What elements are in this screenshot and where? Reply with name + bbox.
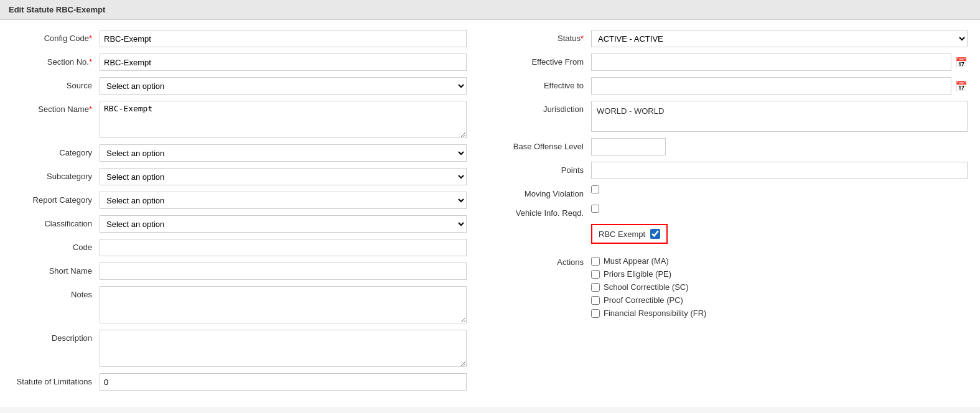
code-input[interactable] [100,239,467,256]
section-name-textarea[interactable]: RBC-Exempt [100,101,467,138]
section-name-row: Section Name* RBC-Exempt [12,101,467,138]
jurisdiction-label: Jurisdiction [492,101,591,114]
rbc-exempt-checkbox[interactable] [650,229,660,239]
report-category-row: Report Category Select an option [12,192,467,209]
category-row: Category Select an option [12,144,467,162]
points-control [591,162,968,179]
points-row: Points [492,162,968,179]
statute-of-limitations-row: Statute of Limitations [12,373,467,391]
code-label: Code [12,239,100,252]
classification-row: Classification Select an option [12,215,467,233]
jurisdiction-control: WORLD - WORLD [591,101,968,132]
notes-row: Notes [12,286,467,323]
classification-label: Classification [12,215,100,228]
priors-eligible-checkbox[interactable] [591,270,600,279]
short-name-label: Short Name [12,262,100,276]
statute-of-limitations-label: Statute of Limitations [12,373,100,386]
effective-from-calendar-icon[interactable]: 📅 [955,57,968,68]
notes-label: Notes [12,286,100,299]
report-category-label: Report Category [12,192,100,205]
moving-violation-checkbox[interactable] [591,185,599,193]
moving-violation-control [591,185,968,195]
school-correctible-label: School Correctible (SC) [604,282,689,292]
source-label: Source [12,77,100,90]
base-offense-level-row: Base Offense Level [492,138,968,155]
section-no-row: Section No.* [12,53,467,71]
base-offense-level-control [591,138,968,155]
jurisdiction-row: Jurisdiction WORLD - WORLD [492,101,968,132]
status-row: Status* ACTIVE - ACTIVE [492,30,968,47]
section-no-input[interactable] [100,53,467,71]
source-row: Source Select an option [12,77,467,95]
config-code-row: Config Code* [12,30,467,47]
proof-correctible-label: Proof Correctible (PC) [604,295,683,305]
points-input[interactable] [591,162,968,179]
actions-checks: Must Appear (MA) Priors Eligible (PE) Sc… [591,256,706,318]
status-label: Status* [492,30,591,43]
description-row: Description [12,330,467,367]
vehicle-info-reqd-label: Vehicle Info. Reqd. [492,205,591,218]
must-appear-label: Must Appear (MA) [604,256,669,266]
report-category-select[interactable]: Select an option [100,192,467,209]
rbc-exempt-row: RBC Exempt [492,224,968,250]
short-name-row: Short Name [12,262,467,280]
left-panel: Config Code* Section No.* Source Select … [12,30,467,397]
effective-from-control: 📅 [591,53,968,71]
rbc-exempt-box: RBC Exempt [591,224,668,244]
effective-to-input[interactable] [591,77,951,95]
base-offense-level-input[interactable] [591,138,666,155]
jurisdiction-value: WORLD - WORLD [591,101,968,132]
description-label: Description [12,330,100,343]
section-name-label: Section Name* [12,101,100,114]
effective-from-row: Effective From 📅 [492,53,968,71]
actions-section: Actions Must Appear (MA) Priors Eligible… [492,256,968,318]
config-code-input[interactable] [100,30,467,47]
rbc-exempt-spacer [492,224,591,228]
action-financial-responsibility: Financial Responsibility (FR) [591,309,706,318]
effective-to-row: Effective to 📅 [492,77,968,95]
right-panel: Status* ACTIVE - ACTIVE Effective From 📅… [492,30,968,397]
classification-select[interactable]: Select an option [100,215,467,233]
points-label: Points [492,162,591,175]
school-correctible-checkbox[interactable] [591,283,600,292]
financial-responsibility-checkbox[interactable] [591,309,600,318]
vehicle-info-reqd-row: Vehicle Info. Reqd. [492,205,968,218]
status-select[interactable]: ACTIVE - ACTIVE [591,30,968,47]
config-code-label: Config Code* [12,30,100,43]
must-appear-checkbox[interactable] [591,257,600,266]
actions-label: Actions [492,256,591,267]
base-offense-level-label: Base Offense Level [492,138,591,151]
subcategory-select[interactable]: Select an option [100,168,467,185]
proof-correctible-checkbox[interactable] [591,296,600,305]
effective-to-label: Effective to [492,77,591,90]
section-no-label: Section No.* [12,53,100,67]
rbc-exempt-control: RBC Exempt [591,224,968,250]
action-must-appear: Must Appear (MA) [591,256,706,266]
priors-eligible-label: Priors Eligible (PE) [604,269,671,279]
action-school-correctible: School Correctible (SC) [591,282,706,292]
status-control: ACTIVE - ACTIVE [591,30,968,47]
moving-violation-label: Moving Violation [492,185,591,198]
notes-textarea[interactable] [100,286,467,323]
vehicle-info-reqd-control [591,205,968,215]
financial-responsibility-label: Financial Responsibility (FR) [604,309,706,318]
source-select[interactable]: Select an option [100,77,467,95]
description-textarea[interactable] [100,330,467,367]
subcategory-label: Subcategory [12,168,100,181]
code-row: Code [12,239,467,256]
action-proof-correctible: Proof Correctible (PC) [591,295,706,305]
statute-of-limitations-input[interactable] [100,373,467,391]
moving-violation-row: Moving Violation [492,185,968,198]
short-name-input[interactable] [100,262,467,280]
vehicle-info-reqd-checkbox[interactable] [591,205,599,213]
category-select[interactable]: Select an option [100,144,467,162]
effective-from-input[interactable] [591,53,951,71]
rbc-exempt-label: RBC Exempt [599,230,645,239]
effective-to-control: 📅 [591,77,968,95]
category-label: Category [12,144,100,157]
effective-to-calendar-icon[interactable]: 📅 [955,80,968,92]
action-priors-eligible: Priors Eligible (PE) [591,269,706,279]
subcategory-row: Subcategory Select an option [12,168,467,185]
page-title: Edit Statute RBC-Exempt [0,0,980,20]
effective-from-label: Effective From [492,53,591,67]
